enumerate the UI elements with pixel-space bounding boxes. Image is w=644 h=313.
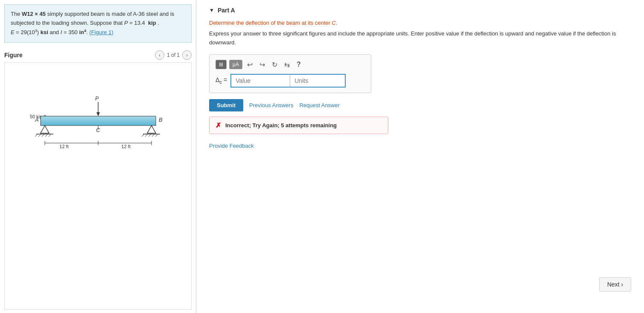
part-header: ▼ Part A — [209, 7, 631, 14]
help-btn[interactable]: ? — [294, 60, 303, 69]
problem-statement: The W12 × 45 simply supported beam is ma… — [4, 4, 192, 43]
figure-link[interactable]: (Figure 1) — [89, 29, 113, 35]
figure-page: 1 of 1 — [167, 52, 180, 58]
beam-svg: 50 kip·ft A B C — [17, 67, 179, 152]
question-highlight: Determine the deflection of the beam at … — [209, 20, 332, 26]
toolbar: ⊞ μΑ ↩ ↪ ↻ ⇆ ? — [216, 60, 365, 70]
p-label: P — [95, 96, 99, 102]
beam-rect — [41, 116, 156, 126]
mu-btn[interactable]: μΑ — [229, 60, 242, 69]
collapse-arrow-icon[interactable]: ▼ — [209, 7, 214, 13]
error-icon: ✗ — [216, 121, 221, 129]
svg-line-2 — [42, 134, 44, 137]
redo-btn[interactable]: ↪ — [257, 60, 267, 70]
svg-line-8 — [152, 134, 154, 137]
svg-line-3 — [45, 134, 48, 137]
answer-box: ⊞ μΑ ↩ ↪ ↻ ⇆ ? Δc = — [209, 54, 371, 93]
right-span-label: 12 ft — [121, 144, 130, 149]
a-label: A — [35, 117, 39, 123]
next-button[interactable]: Next › — [599, 277, 631, 292]
svg-line-0 — [35, 134, 38, 137]
beam-diagram: 50 kip·ft A B C — [5, 63, 191, 157]
request-answer-link[interactable]: Request Answer — [299, 102, 340, 108]
figure-prev-btn[interactable]: ‹ — [155, 50, 164, 60]
bottom-area: Provide Feedback — [209, 143, 631, 149]
svg-line-7 — [149, 134, 151, 137]
submit-row: Submit Previous Answers Request Answer — [209, 99, 631, 111]
input-label: Δc = — [216, 76, 227, 85]
figure-header: Figure ‹ 1 of 1 › — [4, 50, 192, 60]
svg-line-5 — [142, 134, 144, 137]
error-message: Incorrect; Try Again; 5 attempts remaini… — [225, 122, 337, 129]
submit-button[interactable]: Submit — [209, 99, 243, 111]
figure-nav: ‹ 1 of 1 › — [155, 50, 192, 60]
previous-answers-link[interactable]: Previous Answers — [249, 102, 293, 108]
svg-line-4 — [49, 134, 51, 137]
error-box: ✗ Incorrect; Try Again; 5 attempts remai… — [209, 117, 388, 134]
left-span-label: 12 ft — [59, 144, 68, 149]
figure-canvas: 50 kip·ft A B C — [4, 62, 192, 310]
question-c: C. — [332, 20, 338, 26]
svg-line-6 — [145, 134, 148, 137]
right-support — [147, 126, 156, 133]
b-label: B — [159, 117, 163, 123]
question-text: Determine the deflection of the beam at … — [209, 20, 631, 26]
right-panel: ▼ Part A Determine the deflection of the… — [196, 0, 644, 313]
refresh-btn[interactable]: ↻ — [270, 60, 280, 70]
figure-title: Figure — [4, 52, 23, 59]
undo-btn[interactable]: ↩ — [245, 60, 255, 70]
problem-text: The W12 × 45 simply supported beam is ma… — [11, 11, 174, 35]
p-arrowhead — [96, 112, 100, 116]
instructions-text: Express your answer to three significant… — [209, 30, 616, 46]
units-input[interactable] — [290, 74, 346, 88]
svg-line-9 — [155, 134, 158, 137]
fractions-btn[interactable]: ⊞ — [216, 60, 227, 69]
next-label: Next — [607, 281, 620, 288]
left-panel: The W12 × 45 simply supported beam is ma… — [0, 0, 196, 313]
keyboard-btn[interactable]: ⇆ — [282, 60, 292, 70]
part-label: Part A — [218, 7, 235, 14]
svg-line-1 — [38, 134, 41, 137]
figure-next-btn[interactable]: › — [182, 50, 192, 60]
value-input[interactable] — [230, 74, 290, 88]
provide-feedback-link[interactable]: Provide Feedback — [209, 143, 254, 149]
figure-section: Figure ‹ 1 of 1 › 50 kip·ft — [0, 47, 196, 313]
input-row: Δc = — [216, 74, 365, 88]
instructions: Express your answer to three significant… — [209, 29, 631, 47]
fractions-icon: ⊞ — [219, 61, 223, 67]
left-support — [41, 126, 49, 133]
mu-label: μΑ — [233, 61, 239, 67]
